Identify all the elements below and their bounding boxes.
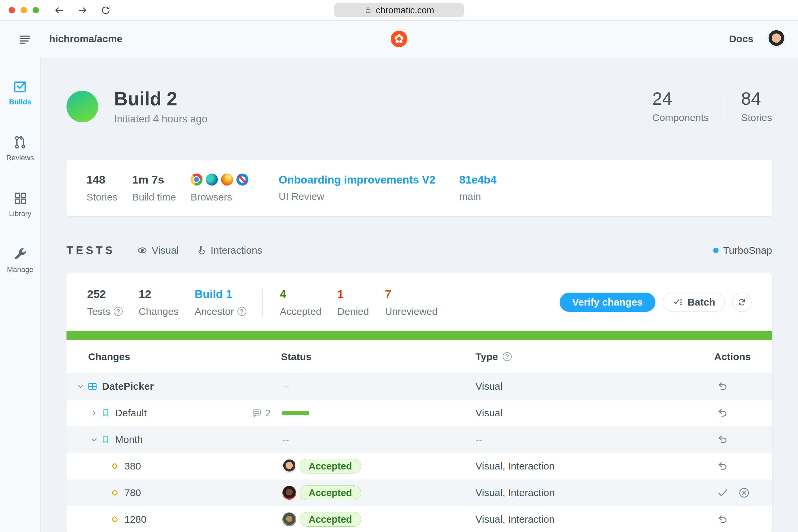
table-row-datepicker[interactable]: DatePicker -- Visual [66, 373, 772, 400]
branch-block: Onboarding improvements V2 UI Review [279, 174, 435, 202]
help-icon[interactable] [238, 307, 246, 316]
row-expand-toggle[interactable] [90, 408, 98, 417]
pointer-hand-icon [196, 245, 207, 256]
status-cell: -- [281, 434, 475, 445]
type-cell: Visual, Interaction [475, 460, 714, 472]
table-row-default[interactable]: Default 2 Visual [66, 400, 772, 426]
type-cell: Visual [475, 381, 714, 392]
viewport-name: 780 [125, 487, 141, 498]
close-window-button[interactable] [8, 7, 15, 13]
table-row-1280[interactable]: 1280 Accepted Visual, Interaction [66, 506, 772, 532]
table-header: Changes Status Type Actions [66, 340, 772, 373]
build-status-indicator [66, 91, 98, 122]
turbosnap-link[interactable]: TurboSnap [713, 245, 772, 256]
story-name: Default [115, 407, 147, 419]
reviewer-avatar [282, 512, 296, 526]
maximize-window-button[interactable] [33, 7, 39, 13]
filter-visual[interactable]: Visual [137, 245, 178, 256]
branch-subtitle: UI Review [279, 191, 435, 202]
chromatic-logo-icon[interactable] [391, 31, 407, 47]
chrome-browser-icon [191, 174, 203, 186]
stories-count-stat: 148 Stories [87, 173, 117, 203]
reviews-pullrequest-icon [13, 135, 27, 150]
component-icon [88, 381, 97, 391]
stories-stat: 84 Stories [741, 90, 772, 124]
user-avatar[interactable] [767, 30, 785, 48]
actions-cell [714, 381, 772, 392]
story-progress-bar [282, 411, 309, 415]
type-cell: -- [475, 434, 714, 445]
sidebar-label: Reviews [6, 154, 34, 162]
diamond-icon [110, 488, 120, 498]
divider [262, 288, 263, 316]
tests-card: 252 Tests 12 Changes Build 1 Ancestor 4 [66, 273, 772, 532]
build-summary-card: 148 Stories 1m 7s Build time Browsers On… [66, 159, 772, 216]
comment-count: 2 [265, 407, 271, 419]
back-icon[interactable] [54, 5, 64, 15]
sidebar-label: Library [9, 209, 31, 218]
denied-stat: 1 Denied [338, 288, 369, 317]
help-icon[interactable] [503, 352, 512, 361]
branch-link[interactable]: Onboarding improvements V2 [279, 174, 435, 186]
accepted-badge[interactable]: Accepted [300, 459, 361, 474]
comment-indicator[interactable]: 2 [252, 407, 271, 419]
component-name: DatePicker [102, 381, 154, 392]
rerun-button[interactable] [732, 292, 752, 312]
org-breadcrumb[interactable]: hichroma/acme [49, 33, 122, 44]
type-value: -- [475, 434, 482, 445]
status-cell: Accepted [281, 486, 475, 500]
ancestor-stat: Build 1 Ancestor [194, 288, 246, 317]
build-time-stat: 1m 7s Build time [132, 173, 176, 203]
changes-table: DatePicker -- Visual Default 2 Visual Mo… [66, 373, 772, 532]
actions-cell [714, 487, 772, 499]
sidebar-item-reviews[interactable]: Reviews [6, 135, 34, 162]
status-empty: -- [282, 434, 289, 445]
undo-action-icon[interactable] [717, 434, 728, 445]
actions-cell [714, 407, 772, 419]
forward-icon[interactable] [77, 5, 88, 15]
undo-action-icon[interactable] [717, 407, 728, 419]
sidebar-item-manage[interactable]: Manage [7, 247, 34, 274]
menu-icon[interactable] [19, 34, 31, 44]
tests-heading: TESTS [66, 244, 115, 257]
ancestor-build-link[interactable]: Build 1 [194, 288, 246, 301]
column-header-status: Status [281, 351, 475, 362]
table-row-380[interactable]: 380 Accepted Visual, Interaction [66, 453, 772, 479]
deny-action-icon[interactable] [738, 487, 750, 499]
accept-action-icon[interactable] [717, 487, 729, 499]
undo-action-icon[interactable] [717, 381, 728, 392]
table-row-780[interactable]: 780 Accepted Visual, Interaction [66, 479, 772, 506]
sidebar-item-builds[interactable]: Builds [9, 79, 31, 107]
type-value: Visual [475, 407, 502, 418]
browsers-stat: Browsers [191, 173, 248, 203]
docs-link[interactable]: Docs [729, 33, 754, 44]
undo-action-icon[interactable] [717, 460, 728, 472]
builds-checkbox-icon [13, 79, 27, 94]
table-row-month[interactable]: Month -- -- [66, 426, 772, 453]
commit-link[interactable]: 81e4b4 [459, 174, 496, 186]
url-text: chromatic.com [376, 5, 434, 16]
viewport-name: 1280 [125, 514, 147, 525]
reload-icon[interactable] [101, 5, 111, 15]
verify-changes-button[interactable]: Verify changes [559, 292, 656, 312]
undo-action-icon[interactable] [717, 514, 728, 525]
commit-block: 81e4b4 main [459, 174, 496, 202]
actions-cell [714, 514, 772, 525]
status-cell: Accepted [281, 512, 475, 527]
window-controls [8, 7, 39, 13]
help-icon[interactable] [114, 307, 123, 316]
accepted-badge[interactable]: Accepted [300, 512, 361, 527]
tests-toolbar: TESTS Visual Interactions [66, 244, 772, 257]
sidebar-item-library[interactable]: Library [9, 191, 31, 218]
tests-summary-row: 252 Tests 12 Changes Build 1 Ancestor 4 [66, 273, 772, 331]
batch-button[interactable]: Batch [663, 292, 725, 312]
minimize-window-button[interactable] [21, 7, 27, 13]
chromatic-build-page: chromatic.com hichroma/acme Docs [0, 0, 798, 532]
story-name: Month [115, 434, 142, 445]
accepted-badge[interactable]: Accepted [300, 486, 361, 500]
row-expand-toggle[interactable] [76, 382, 85, 391]
filter-interactions[interactable]: Interactions [196, 245, 262, 256]
row-expand-toggle[interactable] [90, 435, 98, 444]
address-bar[interactable]: chromatic.com [334, 3, 464, 17]
sync-icon [737, 297, 747, 307]
